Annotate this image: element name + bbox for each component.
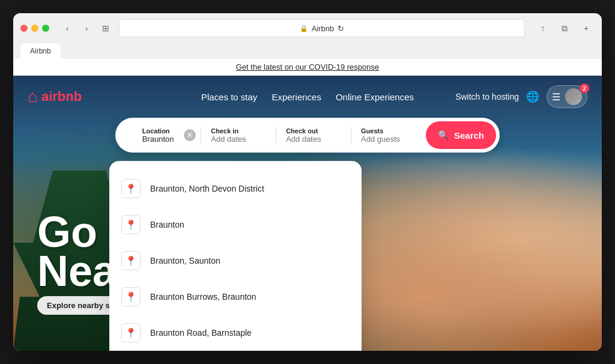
hero-section: Go Nea Explore nearby stays ⌂ airbnb Pla… bbox=[13, 76, 602, 351]
checkout-field[interactable]: Check out Add dates bbox=[276, 123, 351, 148]
reload-icon: ↻ bbox=[338, 24, 344, 33]
search-icon: 🔍 bbox=[438, 130, 449, 141]
location-pin-icon-2: 📍 bbox=[121, 251, 141, 270]
airbnb-logo-icon: ⌂ bbox=[28, 87, 38, 106]
search-bar-container: Location Braunton ✕ Check in Add dates bbox=[115, 118, 500, 153]
browser-controls: ‹ › ⊞ 🔒 Airbnb ↻ ↑ ⧉ + bbox=[20, 19, 595, 37]
hero-title-line1: Go bbox=[37, 213, 117, 252]
minimize-button[interactable] bbox=[31, 25, 38, 32]
search-button[interactable]: 🔍 Search bbox=[426, 121, 496, 149]
nav-right: Switch to hosting 🌐 ☰ 2 bbox=[455, 85, 587, 108]
tab-title: Airbnb bbox=[30, 47, 51, 55]
airbnb-logo-text: airbnb bbox=[41, 89, 82, 105]
share-button[interactable]: ↑ bbox=[535, 21, 551, 35]
dropdown-item-label-3: Braunton Burrows, Braunton bbox=[150, 292, 256, 302]
clear-location-button[interactable]: ✕ bbox=[184, 129, 196, 141]
browser-tab[interactable]: Airbnb bbox=[20, 43, 61, 59]
browser-window: ‹ › ⊞ 🔒 Airbnb ↻ ↑ ⧉ + Airbnb Get th bbox=[13, 13, 602, 351]
search-button-label: Search bbox=[454, 130, 484, 141]
nav-link-places[interactable]: Places to stay bbox=[201, 92, 257, 102]
dropdown-item-label-2: Braunton, Saunton bbox=[150, 256, 220, 265]
dropdown-item-4[interactable]: 📍 Braunton Road, Barnstaple bbox=[109, 315, 362, 351]
checkout-placeholder: Add dates bbox=[286, 135, 341, 144]
nav-buttons: ‹ › ⊞ bbox=[59, 21, 114, 35]
location-pin-icon-4: 📍 bbox=[121, 323, 141, 342]
toolbar-right: ↑ ⧉ + bbox=[535, 21, 595, 35]
hero-title-line2: Nea bbox=[37, 252, 117, 291]
tabs-button[interactable]: ⧉ bbox=[556, 21, 573, 35]
location-field[interactable]: Location Braunton ✕ bbox=[115, 118, 201, 153]
traffic-lights bbox=[20, 25, 49, 32]
dropdown-item-label-1: Braunton bbox=[150, 220, 184, 229]
new-tab-button[interactable]: + bbox=[578, 21, 595, 35]
nav-links: Places to stay Experiences Online Experi… bbox=[201, 92, 414, 102]
guests-field[interactable]: Guests Add guests bbox=[351, 123, 426, 148]
dropdown-item-label-0: Braunton, North Devon District bbox=[150, 184, 264, 193]
location-pin-icon-3: 📍 bbox=[121, 287, 141, 306]
checkin-placeholder: Add dates bbox=[211, 135, 266, 144]
page-content: Get the latest on our COVID-19 response … bbox=[13, 59, 602, 351]
location-value: Braunton bbox=[142, 135, 174, 144]
airbnb-logo[interactable]: ⌂ airbnb bbox=[28, 87, 82, 106]
location-dropdown: 📍 Braunton, North Devon District 📍 Braun… bbox=[109, 161, 362, 351]
covid-banner: Get the latest on our COVID-19 response bbox=[13, 59, 602, 76]
hero-title: Go Nea bbox=[37, 213, 117, 291]
checkin-field[interactable]: Check in Add dates bbox=[201, 123, 276, 148]
checkout-label: Check out bbox=[286, 127, 341, 135]
user-menu-button[interactable]: ☰ 2 bbox=[547, 85, 587, 108]
location-pin-icon-1: 📍 bbox=[121, 215, 141, 234]
dropdown-item-0[interactable]: 📍 Braunton, North Devon District bbox=[109, 171, 362, 207]
covid-link[interactable]: Get the latest on our COVID-19 response bbox=[236, 62, 379, 71]
browser-tab-bar: Airbnb bbox=[20, 42, 595, 59]
switch-hosting-button[interactable]: Switch to hosting bbox=[455, 92, 519, 102]
forward-button[interactable]: › bbox=[78, 21, 95, 35]
guests-label: Guests bbox=[361, 127, 416, 135]
checkin-label: Check in bbox=[211, 127, 266, 135]
dropdown-item-2[interactable]: 📍 Braunton, Saunton bbox=[109, 243, 362, 279]
guests-placeholder: Add guests bbox=[361, 135, 416, 144]
address-bar[interactable]: 🔒 Airbnb ↻ bbox=[119, 19, 525, 37]
hamburger-icon: ☰ bbox=[552, 91, 560, 103]
browser-chrome: ‹ › ⊞ 🔒 Airbnb ↻ ↑ ⧉ + Airbnb bbox=[13, 13, 602, 59]
lock-icon: 🔒 bbox=[300, 25, 308, 32]
location-pin-icon-0: 📍 bbox=[121, 179, 141, 198]
language-button[interactable]: 🌐 bbox=[526, 90, 539, 103]
dropdown-item-1[interactable]: 📍 Braunton bbox=[109, 207, 362, 243]
dropdown-item-3[interactable]: 📍 Braunton Burrows, Braunton bbox=[109, 279, 362, 315]
nav-link-online[interactable]: Online Experiences bbox=[336, 92, 414, 102]
notification-badge: 2 bbox=[580, 83, 589, 93]
back-button[interactable]: ‹ bbox=[59, 21, 76, 35]
dropdown-item-label-4: Braunton Road, Barnstaple bbox=[150, 328, 252, 338]
nav-link-experiences[interactable]: Experiences bbox=[271, 92, 321, 102]
close-button[interactable] bbox=[20, 25, 28, 32]
avatar bbox=[565, 88, 582, 105]
location-label: Location bbox=[142, 127, 174, 135]
search-bar: Location Braunton ✕ Check in Add dates bbox=[115, 118, 500, 153]
address-text: Airbnb bbox=[312, 24, 335, 33]
airbnb-navbar: ⌂ airbnb Places to stay Experiences Onli… bbox=[13, 76, 602, 118]
maximize-button[interactable] bbox=[42, 25, 49, 32]
reader-button[interactable]: ⊞ bbox=[97, 21, 114, 35]
